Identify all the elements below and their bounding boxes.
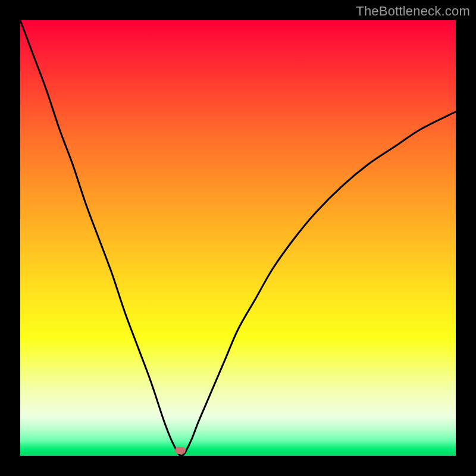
plot-area: [20, 20, 456, 456]
watermark-text: TheBottleneck.com: [356, 4, 470, 19]
curve-svg: [20, 20, 456, 456]
chart-frame: TheBottleneck.com: [0, 0, 476, 476]
optimal-point-marker: [175, 447, 186, 454]
bottleneck-curve: [20, 20, 456, 456]
